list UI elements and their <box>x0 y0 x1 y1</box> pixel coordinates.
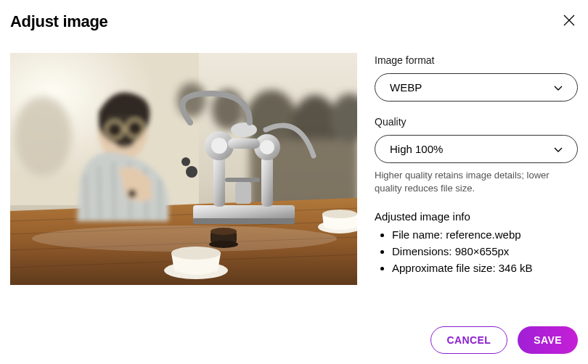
svg-rect-45 <box>10 53 357 285</box>
info-heading: Adjusted image info <box>375 210 578 223</box>
info-filename: File name: reference.webp <box>392 227 578 243</box>
info-list: File name: reference.webp Dimensions: 98… <box>375 227 578 276</box>
image-preview <box>10 53 357 285</box>
chevron-down-icon <box>552 144 564 155</box>
save-button[interactable]: SAVE <box>518 326 578 354</box>
format-value: WEBP <box>390 81 422 94</box>
quality-label: Quality <box>375 116 578 128</box>
dialog-header: Adjust image <box>10 12 578 41</box>
dialog-footer: CANCEL SAVE <box>10 319 578 354</box>
adjust-image-dialog: Adjust image <box>0 0 588 364</box>
dialog-body: Image format WEBP Quality High 100% High… <box>10 41 578 319</box>
quality-value: High 100% <box>390 143 443 155</box>
dialog-title: Adjust image <box>10 12 108 31</box>
image-controls: Image format WEBP Quality High 100% High… <box>375 53 578 319</box>
chevron-down-icon <box>552 82 564 94</box>
cancel-button[interactable]: CANCEL <box>430 326 508 354</box>
close-icon <box>563 15 575 28</box>
quality-select[interactable]: High 100% <box>375 135 578 163</box>
info-filesize: Approximate file size: 346 kB <box>392 260 578 276</box>
quality-hint: Higher quality retains image details; lo… <box>375 169 578 194</box>
close-button[interactable] <box>560 12 578 31</box>
format-label: Image format <box>375 54 578 66</box>
info-dimensions: Dimensions: 980×655px <box>392 244 578 260</box>
format-select[interactable]: WEBP <box>375 73 578 102</box>
